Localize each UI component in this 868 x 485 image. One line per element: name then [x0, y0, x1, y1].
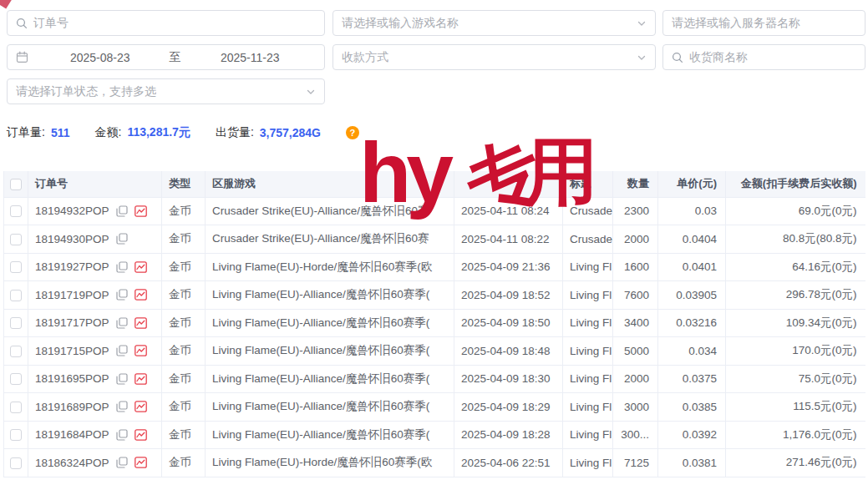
quantity-cell: 7600 [613, 281, 658, 310]
game-server-cell: Living Flame(EU)-Alliance/魔兽怀旧60赛季( [206, 421, 454, 449]
chevron-down-icon[interactable] [306, 87, 316, 97]
column-game-server: 区服游戏 [206, 171, 454, 197]
order-time-cell: 2025-04-09 18:28 [454, 421, 563, 449]
row-checkbox[interactable] [10, 457, 22, 469]
order-type: 金币 [169, 428, 191, 441]
copy-icon[interactable] [116, 261, 128, 273]
game-server-cell: Living Flame(EU)-Horde/魔兽怀旧60赛季(欧 [206, 253, 454, 281]
unit-price-cell: 0.034 [658, 337, 726, 366]
shipment-value: 3,757,284G [260, 126, 321, 139]
order-number: 18191717POP [35, 316, 109, 329]
amount-cell: 69.0元(0元) [726, 197, 865, 225]
amount-cell: 80.8元(80.8元) [726, 225, 865, 254]
copy-icon[interactable] [116, 205, 128, 217]
receipt-image-icon[interactable] [135, 205, 147, 217]
order-number: 18194932POP [35, 205, 109, 217]
amount-cell: 296.78元(0元) [726, 281, 865, 310]
row-checkbox[interactable] [10, 429, 22, 441]
order-type: 金币 [169, 456, 191, 468]
order-time-cell: 2025-04-09 21:36 [454, 253, 563, 281]
receipt-image-icon[interactable] [135, 261, 147, 273]
table-row: 18194932POP 金币 Crusader Strike(EU)-Allia… [4, 197, 865, 225]
unit-price-cell: 0.0404 [658, 225, 726, 254]
order-status-select[interactable]: 请选择订单状态，支持多选 [7, 78, 325, 104]
merchant-name-placeholder: 收货商名称 [689, 50, 748, 65]
game-name-placeholder: 请选择或输入游戏名称 [342, 16, 459, 31]
unit-price-cell: 0.03905 [658, 281, 726, 310]
table-row: 18191717POP 金币 Living Flame(EU)-Alliance… [4, 309, 865, 337]
date-range-picker[interactable]: 2025-08-23 至 2025-11-23 [7, 44, 325, 70]
column-quantity: 数量 [613, 171, 658, 197]
order-time-cell: 2025-04-09 18:29 [454, 393, 563, 422]
chevron-down-icon[interactable] [637, 53, 647, 63]
copy-icon[interactable] [116, 233, 128, 245]
row-checkbox[interactable] [10, 373, 22, 385]
amount-label: 金额: [94, 125, 121, 140]
date-end-value[interactable]: 2025-11-23 [185, 51, 317, 64]
copy-icon[interactable] [116, 373, 128, 385]
order-number-placeholder: 订单号 [33, 16, 69, 31]
receipt-image-icon[interactable] [135, 401, 147, 412]
copy-icon[interactable] [116, 289, 128, 301]
copy-icon[interactable] [116, 457, 128, 468]
select-all-checkbox[interactable] [10, 179, 22, 190]
chevron-down-icon[interactable] [637, 18, 647, 28]
quantity-cell: 2000 [613, 225, 658, 254]
order-time-cell: 2025-04-09 18:48 [454, 337, 563, 366]
copy-icon[interactable] [116, 401, 128, 412]
help-question-icon[interactable]: ? [346, 126, 359, 139]
column-amount: 金额(扣手续费后实收额) [726, 171, 865, 197]
payment-method-select[interactable]: 收款方式 [332, 44, 656, 70]
order-type: 金币 [169, 205, 191, 217]
order-number: 18191684POP [35, 428, 109, 441]
shipment-label: 出货量: [216, 125, 254, 140]
receipt-image-icon[interactable] [135, 429, 147, 441]
search-icon [672, 52, 683, 63]
game-name-select[interactable]: 请选择或输入游戏名称 [332, 10, 656, 36]
receipt-image-icon[interactable] [135, 317, 147, 329]
order-count-label: 订单量: [7, 125, 45, 140]
title-cell: Living Fl [563, 253, 613, 281]
order-type: 金币 [169, 260, 191, 273]
table-row: 18191695POP 金币 Living Flame(EU)-Alliance… [4, 365, 865, 393]
table-row: 18191927POP 金币 Living Flame(EU)-Horde/魔兽… [4, 253, 865, 281]
quantity-cell: 2300 [613, 197, 658, 225]
table-row: 18191689POP 金币 Living Flame(EU)-Alliance… [4, 393, 865, 422]
receipt-image-icon[interactable] [135, 345, 147, 356]
merchant-name-input[interactable]: 收货商名称 [662, 44, 865, 70]
title-cell: Living Fl [563, 365, 613, 393]
row-checkbox[interactable] [10, 290, 22, 301]
server-name-select[interactable]: 请选择或输入服务器名称 [662, 10, 865, 36]
unit-price-cell: 0.03216 [658, 309, 726, 337]
table-header-row: 订单号 类型 区服游戏 标题 数量 单价(元) 金额(扣手续费后实收额) [4, 171, 865, 197]
copy-icon[interactable] [116, 317, 128, 329]
copy-icon[interactable] [116, 345, 128, 356]
row-checkbox[interactable] [10, 317, 22, 329]
order-type: 金币 [169, 344, 191, 356]
orders-table: 订单号 类型 区服游戏 标题 数量 单价(元) 金额(扣手续费后实收额) 181… [3, 171, 868, 477]
unit-price-cell: 0.0381 [658, 449, 726, 477]
game-server-cell: Living Flame(EU)-Horde/魔兽怀旧60赛季(欧 [206, 449, 454, 477]
row-checkbox[interactable] [10, 402, 22, 413]
receipt-image-icon[interactable] [135, 289, 147, 301]
column-unit-price: 单价(元) [658, 171, 726, 197]
column-order-number: 订单号 [28, 171, 162, 197]
unit-price-cell: 0.03 [658, 197, 726, 225]
order-number-input[interactable]: 订单号 [7, 10, 325, 36]
receipt-image-icon[interactable] [135, 373, 147, 385]
date-start-value[interactable]: 2025-08-23 [34, 51, 166, 64]
row-checkbox[interactable] [10, 261, 22, 273]
order-time-cell: 2025-04-09 18:52 [454, 281, 563, 310]
order-time-cell: 2025-04-09 18:50 [454, 309, 563, 337]
game-server-cell: Crusader Strike(EU)-Alliance/魔兽怀旧60赛 [206, 197, 454, 225]
copy-icon[interactable] [116, 429, 128, 441]
order-type: 金币 [169, 372, 191, 385]
row-checkbox[interactable] [10, 205, 22, 217]
row-checkbox[interactable] [10, 234, 22, 245]
receipt-image-icon[interactable] [135, 457, 147, 468]
order-type: 金币 [169, 232, 191, 245]
amount-cell: 1,176.0元(0元) [726, 421, 865, 449]
calendar-icon [16, 51, 28, 63]
order-type: 金币 [169, 400, 191, 412]
row-checkbox[interactable] [10, 346, 22, 357]
